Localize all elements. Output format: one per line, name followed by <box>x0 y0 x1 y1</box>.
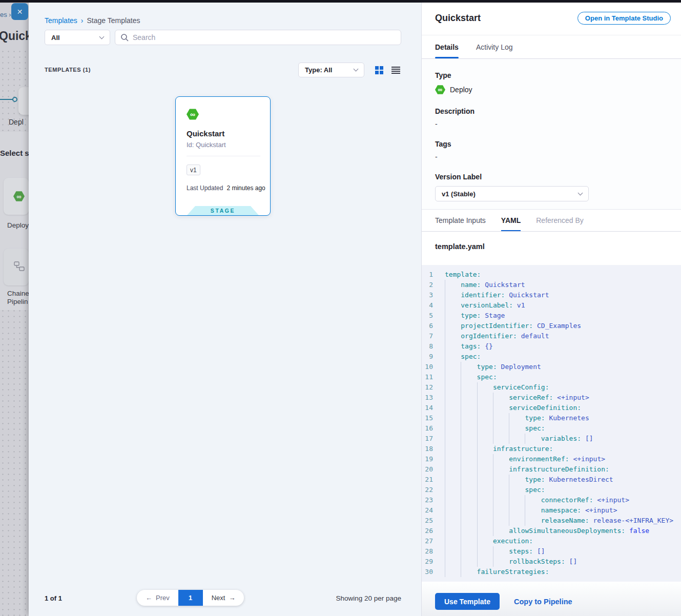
yaml-key: spec: <box>525 486 545 494</box>
background-page: es › Pipe ✕ Quicks Depl Select s ∞ Deplo… <box>0 3 29 616</box>
close-drawer-button[interactable]: ✕ <box>11 3 28 20</box>
yaml-key: connectorRef: <box>541 496 593 504</box>
indent-guide <box>445 393 461 403</box>
indent-guide <box>477 505 493 516</box>
panel-title: Quickstart <box>435 13 481 24</box>
indent-guide <box>493 516 509 526</box>
template-card-quickstart[interactable]: ∞ Quickstart Id: Quickstart v1 Last Upda… <box>175 96 271 216</box>
grid-view-icon[interactable] <box>375 66 383 74</box>
next-page-button[interactable]: Next → <box>203 590 244 606</box>
indent-guide <box>493 475 509 485</box>
indent-guide <box>477 485 493 495</box>
yaml-line: 8tags: {} <box>422 341 681 352</box>
scope-filter-select[interactable]: All <box>45 30 110 45</box>
indent-guide <box>477 526 493 536</box>
indent-guide <box>509 516 525 526</box>
indent-guide <box>509 495 525 505</box>
subtab-referenced-by[interactable]: Referenced By <box>536 210 584 231</box>
indent-guide <box>445 557 461 567</box>
indent-guide <box>445 382 461 393</box>
indent-guide <box>477 464 493 475</box>
yaml-key: name: <box>461 281 481 289</box>
list-view-icon[interactable] <box>391 67 400 74</box>
indent-guide <box>445 526 461 536</box>
indent-guide <box>445 331 461 341</box>
indent-guide <box>445 567 461 577</box>
type-filter-value: Type: All <box>305 66 332 74</box>
indent-guide <box>461 464 477 475</box>
yaml-line: 1template: <box>422 270 681 280</box>
scope-filter-value: All <box>51 34 60 42</box>
indent-guide <box>477 475 493 485</box>
type-filter-select[interactable]: Type: All <box>298 63 364 77</box>
yaml-line: 24namespace: <+input> <box>422 505 681 516</box>
yaml-value: <+input> <box>553 394 589 401</box>
indent-guide <box>525 495 541 505</box>
yaml-line: 22spec: <box>422 485 681 495</box>
yaml-value: v1 <box>513 301 525 309</box>
yaml-value: false <box>625 527 649 535</box>
subtab-yaml[interactable]: YAML <box>501 210 521 231</box>
yaml-line: 18infrastructure: <box>422 444 681 454</box>
yaml-line: 10type: Deployment <box>422 362 681 372</box>
line-number: 5 <box>422 311 433 321</box>
yaml-line: 11spec: <box>422 372 681 382</box>
indent-guide <box>493 495 509 505</box>
version-select[interactable]: v1 (Stable) <box>435 186 589 201</box>
indent-guide <box>509 423 525 434</box>
indent-guide <box>445 546 461 557</box>
indent-guide <box>525 434 541 444</box>
indent-guide <box>445 341 461 352</box>
subtab-template-inputs[interactable]: Template Inputs <box>435 210 486 231</box>
use-template-button[interactable]: Use Template <box>435 593 500 610</box>
yaml-value: [] <box>565 558 577 565</box>
search-input[interactable] <box>133 33 396 42</box>
templates-count-label: TEMPLATES (1) <box>45 67 91 73</box>
chained-pipeline-card <box>4 249 29 285</box>
yaml-key: type: <box>477 363 497 371</box>
indent-guide <box>461 516 477 526</box>
last-updated-row: Last Updated 2 minutes ago <box>187 184 265 192</box>
stage-type-badge: STAGE <box>187 206 259 215</box>
indent-guide <box>493 505 509 516</box>
prev-page-button[interactable]: ← Prev <box>137 590 178 606</box>
chevron-down-icon <box>578 190 583 195</box>
indent-guide <box>461 393 477 403</box>
infinity-glyph: ∞ <box>16 193 21 200</box>
yaml-line: 29rollbackSteps: [] <box>422 557 681 567</box>
breadcrumb-templates-link[interactable]: Templates <box>45 16 77 25</box>
copy-to-pipeline-link[interactable]: Copy to Pipeline <box>514 598 572 606</box>
indent-guide <box>445 536 461 546</box>
template-selector-drawer: Templates›Stage Templates All TEMPLATES … <box>29 3 421 616</box>
indent-guide <box>445 321 461 331</box>
version-select-value: v1 (Stable) <box>442 190 476 198</box>
indent-guide <box>477 495 493 505</box>
tab-details[interactable]: Details <box>435 35 459 58</box>
arrow-right-icon: → <box>229 594 235 602</box>
yaml-key: versionLabel: <box>461 301 513 309</box>
line-number: 13 <box>422 393 433 403</box>
tab-activity-log[interactable]: Activity Log <box>476 35 513 58</box>
line-number: 7 <box>422 331 433 341</box>
indent-guide <box>525 516 541 526</box>
yaml-line: 20infrastructureDefinition: <box>422 464 681 475</box>
yaml-key: identifier: <box>461 291 505 299</box>
indent-guide <box>445 300 461 311</box>
open-in-template-studio-button[interactable]: Open in Template Studio <box>577 12 671 25</box>
indent-guide <box>477 444 493 454</box>
prev-label: Prev <box>156 594 170 602</box>
line-number: 15 <box>422 413 433 423</box>
search-icon <box>120 33 129 42</box>
yaml-line: 25releaseName: release-<+INFRA_KEY> <box>422 516 681 526</box>
indent-guide <box>461 444 477 454</box>
yaml-key: rollbackSteps: <box>509 558 565 565</box>
indent-guide <box>477 403 493 413</box>
yaml-key: infrastructure: <box>493 445 553 453</box>
yaml-value: Stage <box>481 312 505 319</box>
yaml-code-viewer[interactable]: 1template:2name: Quickstart3identifier: … <box>422 265 681 582</box>
tags-value: - <box>435 153 668 161</box>
yaml-value: <+input> <box>593 496 629 504</box>
page-1-button[interactable]: 1 <box>178 590 203 606</box>
yaml-value: Quickstart <box>505 291 549 299</box>
indent-guide <box>461 495 477 505</box>
